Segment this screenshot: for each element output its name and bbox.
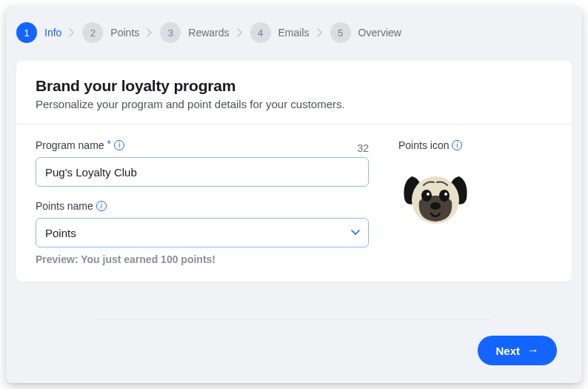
page-title: Brand your loyalty program bbox=[36, 77, 552, 95]
step-label: Rewards bbox=[188, 27, 229, 39]
stepper: 1 Info 2 Points 3 Rewards 4 Emails 5 Ove… bbox=[6, 6, 582, 43]
step-number: 2 bbox=[82, 22, 103, 43]
pug-icon bbox=[398, 163, 472, 237]
svg-point-2 bbox=[439, 190, 450, 202]
form-column: Program name * i 32 Points name i Points bbox=[36, 139, 369, 265]
svg-point-4 bbox=[444, 193, 447, 196]
svg-point-5 bbox=[430, 202, 441, 210]
program-name-input[interactable] bbox=[36, 157, 369, 187]
step-label: Emails bbox=[278, 27, 310, 39]
next-button[interactable]: Next → bbox=[478, 336, 557, 365]
chevron-right-icon bbox=[237, 28, 243, 37]
icon-column: Points icon i bbox=[398, 139, 472, 265]
step-overview[interactable]: 5 Overview bbox=[330, 22, 401, 43]
card-body: Program name * i 32 Points name i Points bbox=[16, 124, 572, 282]
step-number: 1 bbox=[16, 22, 37, 43]
points-icon-label: Points icon i bbox=[398, 139, 472, 151]
step-points[interactable]: 2 Points bbox=[82, 22, 139, 43]
step-number: 3 bbox=[160, 22, 181, 43]
footer-divider bbox=[95, 319, 493, 320]
select-value: Points bbox=[45, 227, 76, 239]
label-text: Points icon bbox=[398, 139, 449, 151]
step-number: 5 bbox=[330, 22, 351, 43]
page-subtitle: Personalize your program and point detai… bbox=[36, 98, 552, 110]
program-name-label: Program name * i bbox=[36, 139, 124, 151]
chevron-right-icon bbox=[147, 28, 153, 37]
chevron-right-icon bbox=[69, 28, 75, 37]
info-icon[interactable]: i bbox=[114, 140, 124, 150]
step-label: Points bbox=[110, 27, 139, 39]
svg-point-1 bbox=[421, 190, 432, 202]
points-name-select[interactable]: Points bbox=[36, 218, 369, 247]
card: Brand your loyalty program Personalize y… bbox=[16, 61, 572, 282]
points-name-label: Points name i bbox=[36, 200, 369, 212]
wizard-frame: 1 Info 2 Points 3 Rewards 4 Emails 5 Ove… bbox=[6, 6, 582, 383]
step-emails[interactable]: 4 Emails bbox=[250, 22, 310, 43]
info-icon[interactable]: i bbox=[452, 140, 462, 150]
step-info[interactable]: 1 Info bbox=[16, 22, 61, 43]
required-asterisk-icon: * bbox=[107, 138, 111, 150]
step-number: 4 bbox=[250, 22, 271, 43]
next-label: Next bbox=[495, 345, 520, 357]
label-text: Program name bbox=[36, 139, 104, 151]
points-icon-preview[interactable] bbox=[398, 163, 472, 237]
svg-point-3 bbox=[427, 193, 430, 196]
preview-text: Preview: You just earned 100 points! bbox=[36, 253, 369, 265]
step-label: Info bbox=[44, 27, 61, 39]
step-rewards[interactable]: 3 Rewards bbox=[160, 22, 229, 43]
chevron-right-icon bbox=[317, 28, 323, 37]
footer: Next → bbox=[6, 324, 582, 383]
arrow-right-icon: → bbox=[527, 344, 539, 357]
char-counter: 32 bbox=[357, 142, 369, 154]
card-header: Brand your loyalty program Personalize y… bbox=[16, 61, 572, 124]
step-label: Overview bbox=[358, 27, 401, 39]
label-text: Points name bbox=[36, 200, 93, 212]
info-icon[interactable]: i bbox=[96, 201, 107, 211]
